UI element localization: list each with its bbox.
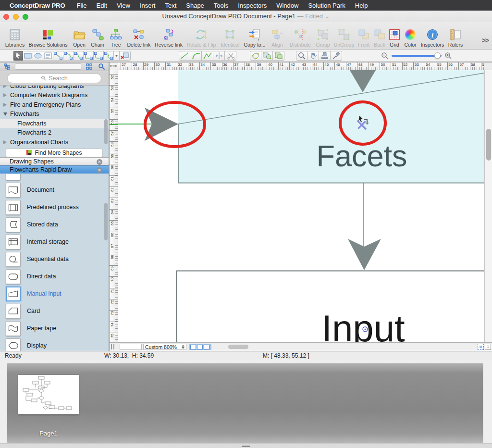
- arc-tool-tool-button[interactable]: [190, 51, 202, 61]
- delete-shape-tool-button[interactable]: [120, 51, 131, 61]
- toolbar-browse-solutions-button[interactable]: Browse Solutions: [26, 25, 70, 48]
- shape-list-scrollbar[interactable]: [104, 203, 108, 240]
- toolbar-inspectors-button[interactable]: iInspectors: [419, 25, 446, 48]
- combine-tool-tool-button[interactable]: [261, 51, 273, 61]
- shape-item-internal-storage[interactable]: Internal storage: [0, 233, 109, 250]
- partial-shape-icon[interactable]: [6, 174, 21, 180]
- stored-shape-icon[interactable]: [6, 217, 21, 232]
- zoom-out-icon[interactable]: [381, 52, 389, 60]
- menu-item-text[interactable]: Text: [160, 2, 181, 9]
- connector-direct-tool-button[interactable]: [53, 51, 63, 61]
- toolbar-libraries-button[interactable]: Libraries: [4, 25, 26, 48]
- card-shape-icon[interactable]: [6, 304, 21, 319]
- find-more-shapes-button[interactable]: Find More Shapes: [6, 149, 103, 157]
- section-drawing-shapes[interactable]: Drawing Shapes ✕: [0, 157, 109, 165]
- page-box-2[interactable]: [197, 345, 203, 349]
- sidebar-item-computer-network-diagrams[interactable]: Computer Network Diagrams: [0, 91, 109, 100]
- shape-item-direct-data[interactable]: Direct data: [0, 268, 109, 285]
- menu-item-view[interactable]: View: [112, 2, 135, 9]
- display-shape-icon[interactable]: [6, 338, 21, 351]
- weld-tool-tool-button[interactable]: [273, 51, 284, 61]
- line-tool-tool-button[interactable]: [179, 51, 190, 61]
- midpoint-tool-tool-button[interactable]: [213, 51, 225, 61]
- library-tree-tab[interactable]: [1, 62, 13, 71]
- menu-item-inspectors[interactable]: Inspectors: [233, 2, 271, 9]
- connector-arc-tool-button[interactable]: [63, 51, 74, 61]
- menu-item-solution-park[interactable]: Solution Park: [303, 2, 350, 9]
- shape-item-document[interactable]: Document: [0, 181, 109, 199]
- toolbar-overflow-button[interactable]: >>: [482, 37, 489, 44]
- menu-item-window[interactable]: Window: [271, 2, 303, 9]
- connector-round-tool-button[interactable]: [94, 51, 104, 61]
- tape-shape-icon[interactable]: [6, 321, 21, 336]
- page-box-1[interactable]: [190, 345, 196, 349]
- page-box-3[interactable]: [204, 345, 209, 349]
- shape-item-paper-tape[interactable]: Paper tape: [0, 320, 109, 337]
- zoom-in-icon[interactable]: [444, 52, 452, 60]
- toolbar-delete-link-button[interactable]: Delete link: [125, 25, 153, 48]
- triangle-down-icon[interactable]: [3, 112, 10, 116]
- fit-page-icon[interactable]: [478, 344, 484, 350]
- shape-item-display[interactable]: Display: [0, 337, 109, 351]
- stepper-icon[interactable]: [182, 345, 184, 349]
- sequential-shape-icon[interactable]: [6, 252, 21, 267]
- direct-shape-icon[interactable]: [6, 269, 21, 284]
- toolbar-reverse-link-button[interactable]: Reverse link: [153, 25, 184, 48]
- connector-bezier-tool-button[interactable]: [74, 51, 84, 61]
- polyline-tool-tool-button[interactable]: [202, 51, 213, 61]
- menu-item-help[interactable]: Help: [350, 2, 373, 9]
- menu-item-file[interactable]: File: [72, 2, 92, 9]
- document-shape-icon[interactable]: [6, 183, 21, 198]
- toolbar-rulers-button[interactable]: Rulers: [446, 25, 465, 48]
- section-flowcharts-rapid-draw[interactable]: Flowcharts Rapid Draw ✕: [0, 165, 109, 174]
- app-menu[interactable]: ConceptDraw PRO: [0, 2, 72, 9]
- horizontal-scrollbar-thumb[interactable]: [228, 345, 248, 349]
- rect-tool-tool-button[interactable]: [23, 51, 33, 61]
- menu-item-edit[interactable]: Edit: [92, 2, 112, 9]
- vertical-connector[interactable]: [348, 183, 381, 270]
- actual-size-icon[interactable]: [485, 344, 491, 350]
- drawing-canvas[interactable]: Facets Input: [118, 70, 484, 342]
- splitter-handle[interactable]: [111, 344, 117, 349]
- eyedropper-tool-tool-button[interactable]: [331, 51, 342, 61]
- shape-item-card[interactable]: Card: [0, 302, 109, 320]
- close-icon[interactable]: ✕: [97, 159, 102, 165]
- vertical-scrollbar[interactable]: [484, 70, 492, 342]
- zoom-slider-knob[interactable]: [434, 52, 441, 59]
- grid-view-tab[interactable]: [83, 62, 95, 71]
- scissors-tool-tool-button[interactable]: [225, 51, 236, 61]
- sidebar-item-flowcharts[interactable]: Flowcharts: [0, 110, 109, 119]
- close-icon[interactable]: ✕: [97, 167, 102, 173]
- facets-shape[interactable]: Facets: [178, 70, 484, 183]
- panel-resize-handle[interactable]: [242, 446, 250, 447]
- menu-item-insert[interactable]: Insert: [135, 2, 160, 9]
- toolbar-color-button[interactable]: Color: [402, 25, 419, 48]
- sidebar-item-flowcharts-child[interactable]: Flowcharts: [0, 119, 109, 128]
- toolbar-open-button[interactable]: Open: [70, 25, 88, 48]
- triangle-right-icon[interactable]: [3, 86, 10, 88]
- toolbar-tree-button[interactable]: Tree: [107, 25, 125, 48]
- menu-item-tools[interactable]: Tools: [209, 2, 233, 9]
- zoom-level-select[interactable]: Custom 800%: [143, 344, 186, 350]
- connector-curve-tool-button[interactable]: [104, 51, 114, 61]
- page-field[interactable]: [120, 344, 142, 350]
- pan-tool-tool-button[interactable]: [308, 51, 319, 61]
- sidebar-item-organizational-charts[interactable]: Organizational Charts: [0, 137, 109, 147]
- reshape-tool-tool-button[interactable]: [250, 51, 261, 61]
- search-input[interactable]: Search: [7, 74, 101, 83]
- predefined-shape-icon[interactable]: [6, 200, 21, 215]
- shape-item-manual-input[interactable]: Manual input: [0, 285, 109, 302]
- chevron-down-icon[interactable]: [114, 51, 120, 61]
- shape-item-sequential-data[interactable]: Sequential data: [0, 250, 109, 268]
- sidebar-item-flowcharts-2-child[interactable]: Flowcharts 2: [0, 128, 109, 138]
- input-shape[interactable]: Input: [176, 271, 484, 342]
- stamp-tool-tool-button[interactable]: [319, 51, 331, 61]
- manual-shape-icon[interactable]: [6, 286, 21, 301]
- menu-item-shape[interactable]: Shape: [181, 2, 209, 9]
- vertical-scrollbar-thumb[interactable]: [486, 129, 491, 161]
- toolbar-grid-button[interactable]: Grid: [387, 25, 402, 48]
- shape-item-predefined-process[interactable]: Predefined process: [0, 199, 109, 216]
- toolbar-copy-to-button[interactable]: Copy to...: [242, 25, 267, 48]
- triangle-right-icon[interactable]: [3, 140, 10, 144]
- tree-scrollbar[interactable]: [104, 119, 108, 144]
